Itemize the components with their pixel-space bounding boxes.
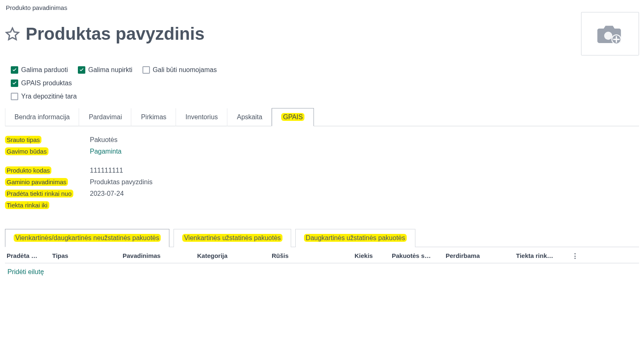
- add-row-link[interactable]: Pridėti eilutę: [5, 263, 639, 281]
- checkbox-label: Yra depozitinė tara: [21, 93, 77, 100]
- checkbox-can-sell[interactable]: Galima parduoti: [11, 66, 68, 74]
- subtab-single-deposit[interactable]: Vienkartinės užstatinės pakuotės: [174, 229, 291, 247]
- subtab-label: Vienkartinės/daugkartinės neužstatinės p…: [14, 234, 161, 242]
- subtab-label: Daugkartinės užstatinės pakuotės: [304, 234, 407, 242]
- camera-add-icon: [596, 22, 625, 46]
- check-icon: [11, 79, 18, 87]
- col-pkg-weight[interactable]: Pakuotės s…: [392, 252, 446, 260]
- field-product-name-value[interactable]: Produktas pavyzdinis: [90, 178, 152, 186]
- check-icon: [78, 66, 85, 74]
- check-icon: [11, 93, 18, 100]
- tab-general[interactable]: Bendra informacija: [5, 108, 79, 126]
- checkbox-label: Galima parduoti: [21, 66, 68, 74]
- tab-accounting[interactable]: Apskaita: [227, 108, 272, 126]
- check-icon: [142, 66, 150, 74]
- svg-point-0: [604, 31, 613, 40]
- subtab-single-multi-nondeposit[interactable]: Vienkartinės/daugkartinės neužstatinės p…: [5, 229, 169, 247]
- col-kind[interactable]: Rūšis: [272, 252, 355, 260]
- field-flow-type-value[interactable]: Pakuotės: [90, 136, 118, 144]
- tab-inventory[interactable]: Inventorius: [176, 108, 227, 126]
- field-product-name-label: Gaminio pavadinimas: [5, 178, 68, 186]
- tab-label: GPAIS: [281, 113, 304, 121]
- col-category[interactable]: Kategorija: [197, 252, 272, 260]
- field-acquisition-value[interactable]: Pagaminta: [90, 148, 122, 155]
- tab-purchase[interactable]: Pirkimas: [131, 108, 176, 126]
- check-icon: [11, 66, 18, 74]
- tab-sales[interactable]: Pardavimai: [79, 108, 131, 126]
- field-acquisition-label: Gavimo būdas: [5, 147, 48, 155]
- checkbox-label: Galima nupirkti: [88, 66, 133, 74]
- field-market-start-value[interactable]: 2023-07-24: [90, 190, 124, 197]
- tabs: Bendra informacija Pardavimai Pirkimas I…: [5, 108, 639, 126]
- tab-gpais[interactable]: GPAIS: [272, 108, 314, 126]
- col-started[interactable]: Pradėta …: [7, 252, 52, 260]
- packaging-grid-header: Pradėta … Tipas Pavadinimas Kategorija R…: [5, 247, 639, 263]
- checkbox-label: GPAIS produktas: [21, 79, 72, 87]
- checkbox-gpais-product[interactable]: GPAIS produktas: [11, 79, 72, 87]
- col-until[interactable]: Tiekta rink…: [516, 252, 566, 260]
- col-qty[interactable]: Kiekis: [355, 252, 392, 260]
- field-flow-type-label: Srauto tipas: [5, 136, 41, 144]
- checkbox-can-buy[interactable]: Galima nupirkti: [78, 66, 133, 74]
- checkbox-deposit-packaging[interactable]: Yra depozitinė tara: [11, 93, 77, 100]
- field-product-code-value[interactable]: 111111111: [90, 167, 123, 174]
- favorite-star-icon[interactable]: [5, 26, 20, 41]
- subtab-multi-deposit[interactable]: Daugkartinės užstatinės pakuotės: [295, 229, 415, 247]
- field-market-start-label: Pradėta tiekti rinkai nuo: [5, 190, 73, 197]
- product-name-label: Produkto pavadinimas: [6, 4, 639, 11]
- checkbox-label: Gali būti nuomojamas: [153, 66, 217, 74]
- grid-options-icon[interactable]: ⋮: [566, 252, 578, 260]
- subtab-label: Vienkartinės užstatinės pakuotės: [182, 234, 282, 242]
- col-name[interactable]: Pavadinimas: [123, 252, 197, 260]
- field-market-end-label: Tiekta rinkai iki: [5, 201, 49, 209]
- col-type[interactable]: Tipas: [52, 252, 123, 260]
- col-recyclable[interactable]: Perdirbama: [446, 252, 516, 260]
- field-product-code-label: Produkto kodas: [5, 166, 51, 174]
- checkbox-can-rent[interactable]: Gali būti nuomojamas: [142, 66, 217, 74]
- product-image-placeholder[interactable]: [581, 12, 639, 55]
- page-title: Produktas pavyzdinis: [26, 24, 205, 44]
- subtabs: Vienkartinės/daugkartinės neužstatinės p…: [5, 229, 639, 247]
